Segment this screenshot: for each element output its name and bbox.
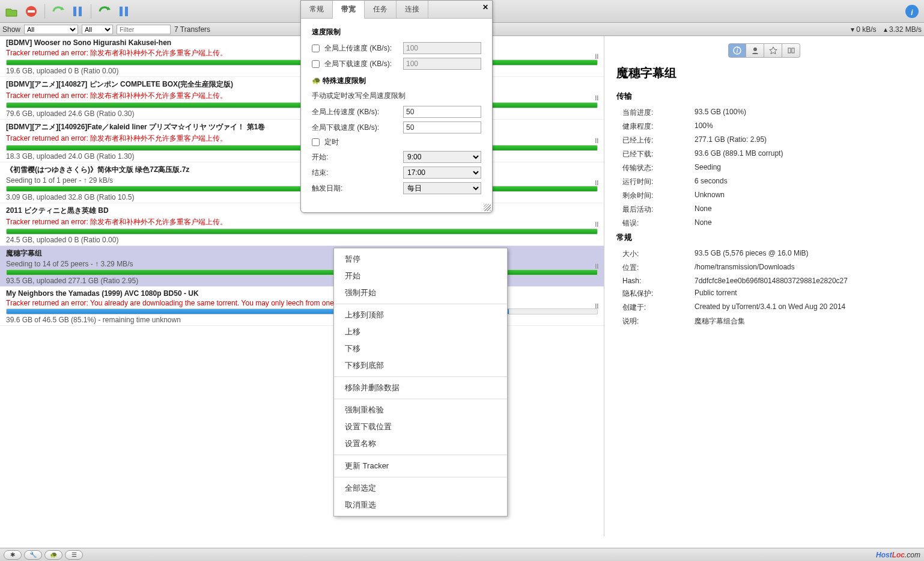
trigger-day-select[interactable]: 每日 xyxy=(403,182,481,194)
menu-separator xyxy=(334,399,507,399)
detail-key: 传输状态: xyxy=(622,163,695,173)
pause-icon[interactable]: ⏸ xyxy=(593,52,600,61)
context-menu-item[interactable]: 强制开始 xyxy=(334,284,507,301)
tab-peers[interactable] xyxy=(746,43,764,58)
list-toggle-button[interactable]: ☰ xyxy=(65,550,83,560)
pause-icon[interactable]: ⏸ xyxy=(593,179,600,187)
transfer-count: 7 Transfers xyxy=(174,25,210,34)
svg-rect-11 xyxy=(788,48,791,53)
context-menu-item[interactable]: 取消重选 xyxy=(334,497,507,513)
section-transfer: 传输 xyxy=(616,91,917,102)
context-menu-item[interactable]: 开始 xyxy=(334,268,507,284)
progress-bar xyxy=(6,269,598,275)
context-menu-item[interactable]: 设置名称 xyxy=(334,435,507,452)
torrent-footer: 24.5 GB, uploaded 0 B (Ratio 0.00) xyxy=(6,236,598,244)
tab-connections[interactable]: 连接 xyxy=(397,1,428,18)
alt-speed-subtitle: 手动或定时改写全局速度限制 xyxy=(312,91,481,101)
end-time-select[interactable]: 17:00 xyxy=(403,167,481,179)
global-download-input[interactable] xyxy=(403,58,481,70)
start-all-button[interactable] xyxy=(96,3,113,20)
svg-rect-12 xyxy=(792,48,794,53)
context-menu-item[interactable]: 全部选定 xyxy=(334,480,507,497)
global-upload-input[interactable] xyxy=(403,42,481,54)
schedule-check[interactable] xyxy=(312,138,320,146)
context-menu-item[interactable]: 上移到顶部 xyxy=(334,307,507,323)
detail-value: 100% xyxy=(695,121,713,132)
detail-key: 当前进度: xyxy=(622,108,695,118)
alt-download-input[interactable] xyxy=(403,121,481,133)
start-button[interactable] xyxy=(50,3,67,20)
state-filter-select[interactable]: All xyxy=(24,25,78,34)
info-button[interactable]: i xyxy=(904,3,920,20)
torrent-title: My Neighbors the Yamadas (1999) AVC 1080… xyxy=(6,289,598,298)
detail-row: 运行时间:6 seconds xyxy=(622,177,917,187)
pause-icon[interactable]: ⏸ xyxy=(593,302,600,310)
menu-separator xyxy=(334,376,507,377)
detail-row: 大小:93.5 GB (5,576 pieces @ 16.0 MiB) xyxy=(622,249,917,259)
filter-input[interactable] xyxy=(117,25,171,34)
svg-rect-2 xyxy=(73,7,76,16)
menu-separator xyxy=(334,304,507,304)
tab-tasks[interactable]: 任务 xyxy=(365,1,397,18)
pause-icon[interactable]: ⏸ xyxy=(593,262,600,271)
context-menu-item[interactable]: 下移到底部 xyxy=(334,357,507,374)
detail-row: 错误:None xyxy=(622,218,917,228)
turtle-toggle-button[interactable]: 🐢 xyxy=(44,550,62,560)
torrent-title: 魔穗字幕组 xyxy=(6,248,598,259)
svg-text:i: i xyxy=(737,46,738,55)
svg-rect-4 xyxy=(120,7,123,16)
resize-handle[interactable] xyxy=(484,204,491,211)
section-general: 常规 xyxy=(616,232,917,243)
detail-row: 说明:魔穗字幕组合集 xyxy=(622,316,917,326)
global-download-check[interactable] xyxy=(312,60,320,68)
toolbar-separator xyxy=(44,4,45,19)
toolbar-separator xyxy=(91,4,91,19)
start-time-select[interactable]: 9:00 xyxy=(403,151,481,163)
context-menu-item[interactable]: 下移 xyxy=(334,340,507,357)
settings-gear-button[interactable]: ✱ xyxy=(4,550,22,560)
detail-value: None xyxy=(695,204,712,215)
detail-title: 魔穗字幕组 xyxy=(612,65,917,81)
settings-dialog: 常规 带宽 任务 连接 ✕ 速度限制 全局上传速度 (KB/s): 全局下载速度… xyxy=(300,0,493,213)
detail-key: 创建于: xyxy=(622,302,695,313)
context-menu-item[interactable]: 强制重检验 xyxy=(334,402,507,418)
context-menu-item[interactable]: 上移 xyxy=(334,323,507,340)
tab-files[interactable] xyxy=(782,43,800,58)
context-menu-item[interactable]: 移除并删除数据 xyxy=(334,379,507,396)
detail-key: 隐私保护: xyxy=(622,289,695,299)
show-label: Show xyxy=(2,25,20,34)
detail-value: Unknown xyxy=(695,191,725,201)
menu-separator xyxy=(334,477,507,477)
details-sidebar: i 魔穗字幕组 传输 当前进度:93.5 GB (100%)健康程度:100%已… xyxy=(604,36,924,536)
context-menu-item[interactable]: 设置下载位置 xyxy=(334,418,507,435)
pause-all-button[interactable] xyxy=(115,3,132,20)
global-upload-check[interactable] xyxy=(312,44,320,52)
alt-upload-input[interactable] xyxy=(403,106,481,118)
status-bar: ✱ 🔧 🐢 ☰ HostLoc.com xyxy=(0,548,924,561)
pause-icon[interactable]: ⏸ xyxy=(593,136,600,145)
trigger-label: 触发日期: xyxy=(312,183,398,194)
global-download-label: 全局下载速度 (KB/s): xyxy=(324,59,398,69)
detail-row: 剩余时间:Unknown xyxy=(622,191,917,201)
remove-button[interactable] xyxy=(23,3,40,20)
prefs-wrench-button[interactable]: 🔧 xyxy=(24,550,42,560)
detail-key: 已经上传: xyxy=(622,135,695,146)
tab-general[interactable]: 常规 xyxy=(301,1,333,18)
start-label: 开始: xyxy=(312,152,398,162)
detail-key: 说明: xyxy=(622,316,695,326)
pause-icon[interactable]: ⏸ xyxy=(593,94,600,102)
pause-icon[interactable]: ⏸ xyxy=(593,220,600,228)
menu-separator xyxy=(334,455,507,455)
detail-value: 6 seconds xyxy=(695,177,728,187)
tab-trackers[interactable] xyxy=(764,43,782,58)
torrent-row[interactable]: 魔穗字幕组Seeding to 14 of 25 peers - ↑ 3.29 … xyxy=(0,246,604,287)
tracker-filter-select[interactable]: All xyxy=(82,25,113,34)
open-button[interactable] xyxy=(4,3,20,20)
context-menu-item[interactable]: 更新 Tracker xyxy=(334,458,507,474)
context-menu-item[interactable]: 暂停 xyxy=(334,251,507,268)
pause-button[interactable] xyxy=(69,3,86,20)
tab-info[interactable]: i xyxy=(728,43,746,58)
torrent-row[interactable]: My Neighbors the Yamadas (1999) AVC 1080… xyxy=(0,287,604,326)
close-icon[interactable]: ✕ xyxy=(482,3,488,11)
tab-bandwidth[interactable]: 带宽 xyxy=(333,1,365,19)
